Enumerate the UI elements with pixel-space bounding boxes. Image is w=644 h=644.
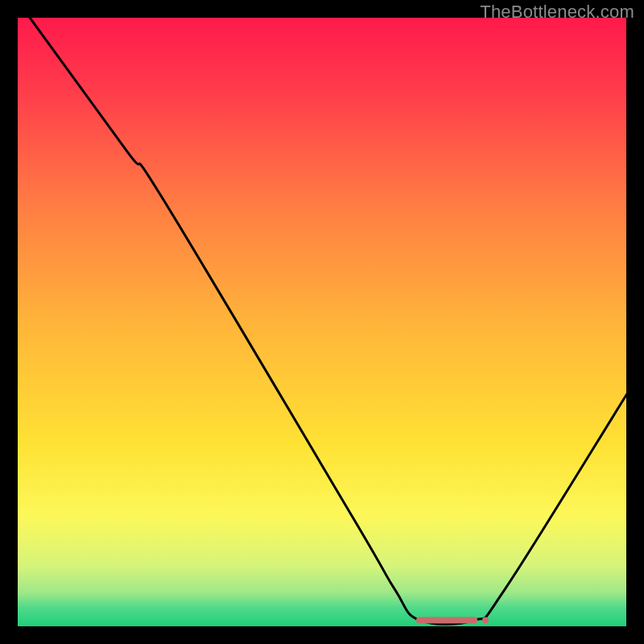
svg-point-2 [482,617,489,623]
chart-background-gradient [18,18,626,626]
watermark-text: TheBottleneck.com [480,2,634,23]
bottleneck-chart [0,0,644,644]
